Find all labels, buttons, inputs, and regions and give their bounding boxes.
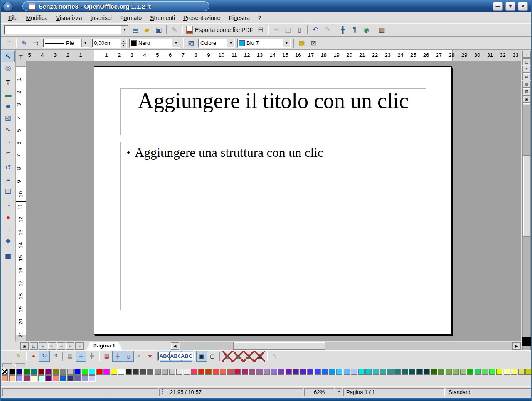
color-swatch[interactable] <box>82 369 88 375</box>
slides-view-button[interactable]: ▤ <box>522 73 531 80</box>
curve-button[interactable]: ∿ <box>2 124 15 135</box>
guides-when-moving-button[interactable]: ╋ <box>86 351 97 362</box>
color-swatch[interactable] <box>380 369 386 375</box>
color-swatch[interactable] <box>16 375 22 381</box>
snap-to-grid-button[interactable]: ▦ <box>101 351 112 362</box>
color-swatch[interactable] <box>60 369 66 375</box>
color-swatch[interactable] <box>416 369 423 375</box>
page-mode-button[interactable]: ▣ <box>20 342 29 350</box>
color-swatch[interactable] <box>234 369 241 375</box>
presentation-layout-button[interactable]: ⊠ <box>308 37 319 49</box>
text-placeholder-button[interactable]: ▤ <box>244 351 254 362</box>
color-swatch[interactable] <box>118 369 124 375</box>
show-grid-button[interactable]: ▦ <box>65 351 76 362</box>
color-swatch[interactable] <box>453 369 459 375</box>
select-text-area-only-button[interactable]: ● <box>28 351 39 362</box>
hscroll-left-button[interactable]: ◀ <box>171 342 179 350</box>
open-button[interactable]: ▰ <box>141 24 153 36</box>
color-swatch[interactable] <box>518 369 525 375</box>
color-swatch[interactable] <box>133 369 139 375</box>
no-fill-swatch[interactable] <box>2 369 8 375</box>
chevron-down-icon[interactable]: ▼ <box>121 26 128 34</box>
color-swatch[interactable] <box>67 375 74 381</box>
zoom-button[interactable]: ◎ <box>2 62 15 74</box>
color-swatch[interactable] <box>74 369 81 375</box>
handout-view-button[interactable]: ⊞ <box>522 88 531 95</box>
line-width-field[interactable]: 0,00cm ▲▼ <box>92 39 127 48</box>
minimize-button[interactable]: — <box>493 2 503 11</box>
color-swatch[interactable] <box>176 369 182 375</box>
color-swatch[interactable] <box>45 375 52 381</box>
color-swatch[interactable] <box>155 369 161 375</box>
color-swatch[interactable] <box>111 369 117 375</box>
3d-controller-button[interactable]: ◆ <box>2 235 15 247</box>
template-field[interactable]: Standard <box>446 388 531 396</box>
show-snap-lines-button[interactable]: ┼ <box>76 351 86 362</box>
print-button[interactable]: ⊟ <box>255 24 266 36</box>
color-swatch[interactable] <box>467 369 473 375</box>
zoom-field[interactable]: 62% <box>304 388 334 396</box>
color-swatch[interactable] <box>351 369 357 375</box>
color-swatch[interactable] <box>89 375 95 381</box>
stylist-button[interactable]: ¶ <box>349 24 360 36</box>
color-swatch[interactable] <box>31 369 37 375</box>
notes-view-button[interactable]: ▥ <box>522 81 531 88</box>
body-placeholder[interactable]: •Aggiungere una struttura con un clic <box>120 142 426 310</box>
color-swatch[interactable] <box>489 369 495 375</box>
menu-?[interactable]: ? <box>254 13 266 23</box>
color-swatch[interactable] <box>205 369 212 375</box>
menu-inserisci[interactable]: Inserisci <box>86 13 116 23</box>
color-swatch[interactable] <box>213 369 219 375</box>
snap-to-object-border-button[interactable]: ▫ <box>134 351 145 362</box>
color-swatch[interactable] <box>198 369 204 375</box>
modify-with-attributes-button[interactable]: ▣ <box>196 351 207 362</box>
color-swatch[interactable] <box>329 369 335 375</box>
color-swatch[interactable] <box>460 369 466 375</box>
color-swatch[interactable] <box>271 369 277 375</box>
alignment-button[interactable]: ≡ <box>2 174 15 185</box>
color-swatch[interactable] <box>256 369 263 375</box>
spin-down-icon[interactable]: ▼ <box>121 44 126 48</box>
line-color-combo[interactable]: Nero ▼ <box>129 39 180 48</box>
save-button[interactable]: ▣ <box>153 24 165 36</box>
color-swatch[interactable] <box>74 375 81 381</box>
navigator-button[interactable]: ╋ <box>337 24 349 36</box>
3d-objects-button[interactable]: ▧ <box>2 112 15 124</box>
chevron-down-icon[interactable]: ▼ <box>283 39 290 47</box>
color-swatch[interactable] <box>2 375 8 381</box>
rotation-mode-button[interactable]: ↻ <box>39 351 50 362</box>
allow-quick-editing-button[interactable]: ✎ <box>13 351 24 362</box>
line-attributes-button[interactable]: ✎ <box>18 37 30 49</box>
fill-type-combo[interactable]: Colore ▼ <box>198 39 235 48</box>
hscroll-right-button[interactable]: ▶ <box>512 342 521 350</box>
line-style-value[interactable]: Pie <box>64 40 81 46</box>
chevron-down-icon[interactable]: ▼ <box>172 39 180 47</box>
color-swatch[interactable] <box>336 369 342 375</box>
snap-to-snap-lines-button[interactable]: ┼ <box>112 351 123 362</box>
edit-points-button[interactable]: ∷ <box>2 37 14 49</box>
color-swatch[interactable] <box>511 369 517 375</box>
color-swatch[interactable] <box>394 369 401 375</box>
color-swatch[interactable] <box>53 375 59 381</box>
maximize-button[interactable]: ▼ <box>505 2 515 11</box>
color-swatch[interactable] <box>482 369 488 375</box>
effects-button[interactable]: ● <box>2 212 15 223</box>
color-swatch[interactable] <box>264 369 270 375</box>
color-swatch[interactable] <box>278 369 284 375</box>
color-swatch[interactable] <box>67 369 74 375</box>
menu-formato[interactable]: Formato <box>116 13 146 23</box>
color-swatch[interactable] <box>38 369 44 375</box>
color-swatch[interactable] <box>140 369 146 375</box>
color-swatch[interactable] <box>504 369 510 375</box>
color-swatch[interactable] <box>242 369 248 375</box>
menu-finestra[interactable]: Finestra <box>224 13 254 23</box>
fill-style-button[interactable]: ▨ <box>185 37 197 49</box>
color-swatch[interactable] <box>373 369 379 375</box>
load-url-combo[interactable]: ▼ <box>4 25 128 34</box>
color-swatch[interactable] <box>16 369 22 375</box>
lines-arrows-button[interactable]: → <box>2 135 15 147</box>
color-swatch[interactable] <box>45 369 52 375</box>
rotate-after-click-button[interactable]: ↺ <box>50 351 61 362</box>
color-swatch[interactable] <box>307 369 313 375</box>
color-swatch[interactable] <box>147 369 153 375</box>
